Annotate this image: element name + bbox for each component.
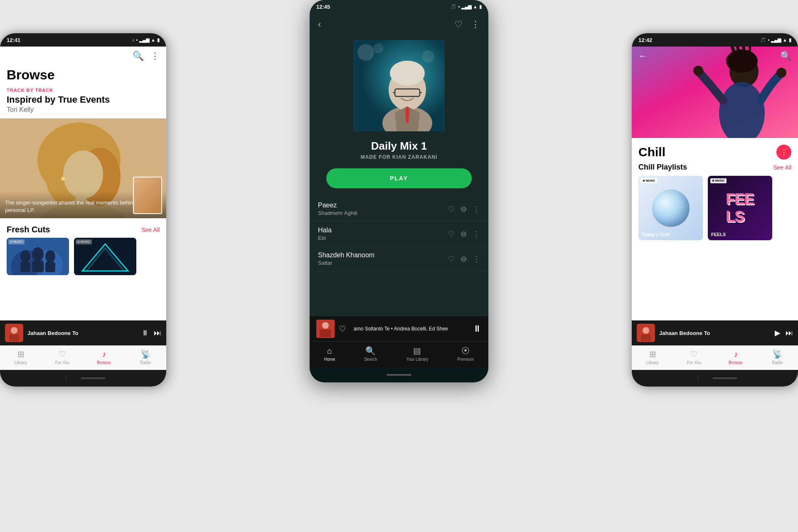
track-item-2: Hala Ebi ♡ ⊖ ⋮ (310, 222, 488, 246)
track-heart-1[interactable]: ♡ (448, 204, 455, 214)
see-all-link[interactable]: See All (141, 227, 160, 233)
right-back-system-icon: 〈 (692, 373, 700, 383)
right-nav-for-you-label: For You (687, 360, 701, 365)
svg-point-24 (357, 44, 374, 61)
right-nav-for-you[interactable]: ♡ For You (682, 349, 707, 365)
album-card-2[interactable]: ⊕ MUSIC (74, 238, 136, 275)
right-nav-browse[interactable]: ♪ Browse (723, 350, 748, 365)
album-title-1: Today's Chill (642, 232, 670, 237)
nav-radio-label: Radio (140, 360, 151, 365)
now-playing-title: Jahaan Bedoone To (27, 330, 137, 336)
chill-header-nav: ← 🔍 (632, 47, 798, 66)
right-music-icon: ♪ (734, 350, 738, 359)
track-more-2[interactable]: ⋮ (473, 229, 480, 239)
svg-point-21 (11, 327, 17, 334)
svg-rect-51 (641, 335, 651, 341)
pause-button[interactable]: ⏸ (141, 329, 149, 337)
apple-music-badge-2: ⊕ MUSIC (76, 239, 92, 244)
track-more-3[interactable]: ⋮ (473, 254, 480, 264)
nav-library-label: Library (15, 360, 27, 365)
chill-section-header: Chill ⋮ (632, 138, 798, 163)
spotify-nav-search[interactable]: 🔍 Search (364, 346, 377, 362)
signal-center: ▂▄▆ (461, 4, 471, 10)
right-playback-controls[interactable]: ▶ ⏭ (775, 328, 793, 337)
thumb-art (5, 324, 23, 342)
right-fast-forward[interactable]: ⏭ (786, 329, 793, 337)
right-radio-icon: 📡 (772, 349, 783, 359)
chill-album-feels[interactable]: FEELS ⊕ MUSIC FEELS (708, 176, 772, 240)
chill-playlists-header: Chill Playlists See All (632, 163, 798, 176)
more-options-icon[interactable]: ⋮ (150, 51, 160, 62)
nav-browse-label: Browse (97, 360, 111, 365)
chill-header-image: ← 🔍 (632, 47, 798, 138)
right-play-button[interactable]: ▶ (775, 328, 781, 337)
track-more-1[interactable]: ⋮ (473, 204, 480, 214)
right-now-playing-bar: Jahaan Bedoone To ▶ ⏭ (632, 320, 798, 345)
right-nav-library[interactable]: ⊞ Library (640, 349, 665, 365)
play-button[interactable]: PLAY (326, 168, 472, 188)
apple-music-badge-chill1: ⊕ MUSIC (641, 178, 657, 183)
chill-see-all[interactable]: See All (773, 164, 791, 171)
apple-music-badge: ⊕ MUSIC (8, 239, 25, 244)
next-button[interactable]: ⏭ (154, 329, 161, 337)
svg-rect-14 (20, 262, 30, 272)
spotify-nav-premium[interactable]: ⦿ Premium (457, 346, 474, 362)
left-system-nav: 〈 (0, 370, 166, 387)
spotify-nav-library[interactable]: ▤ Your Library (406, 346, 429, 362)
spotify-status-icon: 🎵 (451, 4, 456, 10)
spotify-library-label: Your Library (406, 357, 429, 362)
battery-right: ▮ (789, 37, 791, 43)
library-icon: ⊞ (17, 349, 25, 359)
spotify-logo-icon: ⦿ (461, 346, 470, 356)
more-options-button[interactable]: ⋮ (776, 145, 791, 160)
now-playing-pause[interactable]: ⏸ (473, 323, 482, 334)
right-now-playing-title: Jahaan Bedoone To (659, 330, 771, 336)
favorite-icon[interactable]: ♡ (454, 19, 463, 30)
nav-library[interactable]: ⊞ Library (8, 349, 33, 365)
right-status-icons: 🎵 • ▂▄▆ ▲ ▮ (760, 37, 791, 43)
dot-center: • (458, 4, 460, 9)
library-nav-icon: ▤ (413, 346, 421, 356)
wifi-right: ▲ (783, 37, 787, 42)
center-phone: 12:45 🎵 • ▂▄▆ ▲ ▮ ‹ ♡ ⋮ (310, 0, 488, 382)
svg-point-25 (373, 43, 383, 53)
track-minus-2[interactable]: ⊖ (461, 229, 467, 239)
track-artist-3: Sattar (318, 260, 448, 266)
spotify-nav-home[interactable]: ⌂ Home (324, 346, 335, 362)
nav-radio[interactable]: 📡 Radio (133, 349, 158, 365)
left-app-header: 🔍 ⋮ (0, 47, 166, 66)
options-icon[interactable]: ⋮ (471, 19, 480, 30)
right-nav-radio[interactable]: 📡 Radio (765, 349, 790, 365)
nav-pill (81, 377, 106, 379)
track-minus-3[interactable]: ⊖ (461, 254, 467, 264)
nav-for-you[interactable]: ♡ For You (50, 349, 75, 365)
track-heart-3[interactable]: ♡ (448, 254, 455, 264)
apple-music-badge-chill2: ⊕ MUSIC (710, 178, 727, 183)
right-nav-library-label: Library (646, 360, 659, 365)
back-button[interactable]: ‹ (318, 19, 321, 30)
man-illustration (353, 40, 445, 131)
right-search-icon[interactable]: 🔍 (780, 51, 791, 62)
dot-right: • (768, 37, 769, 42)
back-system-icon: 〈 (61, 373, 68, 383)
nav-browse[interactable]: ♪ Browse (91, 350, 116, 365)
spotify-bottom-nav: ⌂ Home 🔍 Search ▤ Your Library ⦿ Premium (310, 341, 488, 367)
right-back-button[interactable]: ← (638, 51, 648, 62)
track-heart-2[interactable]: ♡ (448, 229, 455, 239)
heart-nav-icon: ♡ (59, 349, 66, 359)
chill-album-todays[interactable]: ⊕ MUSIC Today's Chill (638, 176, 703, 240)
now-playing-scroll: amo Soltanto Te • Andrea Bocelli, Ed She… (354, 326, 468, 332)
track-info-3: Shazdeh Khanoom Sattar (318, 251, 448, 266)
right-bottom-nav: ⊞ Library ♡ For You ♪ Browse 📡 Radio (632, 345, 798, 370)
search-icon[interactable]: 🔍 (133, 51, 144, 62)
now-playing-heart[interactable]: ♡ (339, 324, 346, 334)
nav-for-you-label: For You (55, 360, 69, 365)
album-card-1[interactable]: ⊕ MUSIC (7, 238, 69, 275)
made-for-label: MADE FOR KIAN ZARAKANI (310, 154, 488, 168)
playlist-name: Daily Mix 1 (310, 140, 488, 154)
track-artist-1: Shadmehr Aghili (318, 210, 448, 216)
track-info-1: Paeez Shadmehr Aghili (318, 202, 448, 216)
spotify-now-playing: ♡ amo Soltanto Te • Andrea Bocelli, Ed S… (310, 316, 488, 341)
playback-controls[interactable]: ⏸ ⏭ (141, 329, 161, 337)
track-minus-1[interactable]: ⊖ (461, 204, 467, 214)
